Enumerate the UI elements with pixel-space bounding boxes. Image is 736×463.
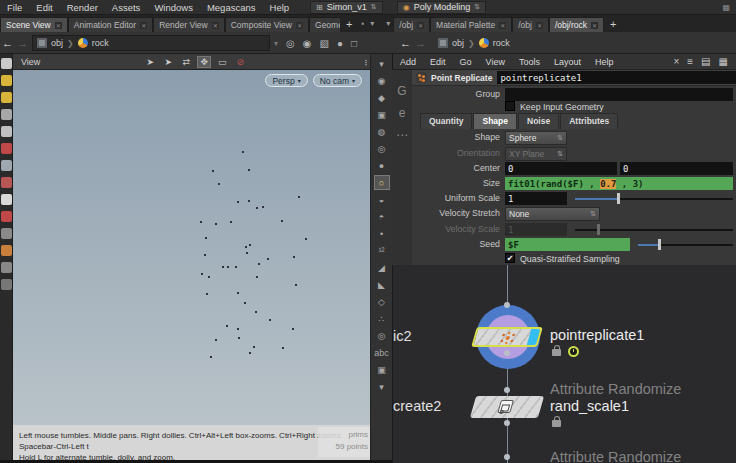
menu-item[interactable]: File	[0, 2, 29, 13]
shelf-tool-icon[interactable]	[1, 177, 12, 188]
bulb-icon[interactable]: ○	[374, 175, 390, 190]
shelf-tool-icon[interactable]	[1, 211, 12, 222]
point-numbers-icon[interactable]: ¹²	[374, 243, 390, 258]
forward-icon[interactable]: →	[17, 37, 28, 49]
forward-icon[interactable]: →	[415, 37, 426, 49]
persp-view-button[interactable]: Persp ▾	[265, 74, 307, 87]
menu-item[interactable]: Add	[393, 57, 423, 67]
shape-dropdown[interactable]: Sphere ⇅	[505, 131, 567, 145]
pane-maximize-icon[interactable]: ▪	[358, 19, 367, 28]
menu-item[interactable]: Tools	[512, 57, 547, 67]
param-tab[interactable]: Attributes	[560, 113, 618, 129]
tree-view-icon[interactable]: ≡	[683, 56, 697, 67]
particle-icon[interactable]: ∴	[374, 311, 390, 326]
shelf-tool-icon[interactable]	[1, 109, 12, 120]
pin-icon[interactable]: ◎	[282, 38, 299, 49]
node-name-label[interactable]: pointreplicate1	[550, 327, 644, 343]
path-node[interactable]: rock	[92, 38, 109, 48]
close-icon[interactable]: ✕	[499, 22, 506, 29]
text-overlay-icon[interactable]: abc	[374, 345, 390, 360]
uniform-scale-field[interactable]	[505, 192, 567, 205]
prim-normals-icon[interactable]: ◢	[374, 260, 390, 275]
shelf-tool-icon[interactable]	[1, 228, 12, 239]
center-y-field[interactable]	[620, 162, 733, 175]
box-select-icon[interactable]: ▭	[215, 56, 229, 68]
palette-icon[interactable]: ▦	[715, 56, 732, 67]
menu-item[interactable]: Edit	[423, 57, 453, 67]
close-icon[interactable]: ✕	[296, 22, 303, 29]
select-tool-icon[interactable]: ➤	[161, 56, 175, 68]
path-field[interactable]: obj ❯ rock	[32, 35, 270, 51]
target-icon[interactable]: ◉	[299, 38, 316, 49]
time-dependent-flag-icon[interactable]	[568, 346, 579, 357]
back-icon[interactable]: ←	[2, 37, 13, 49]
hull-icon[interactable]: ◇	[374, 294, 390, 309]
display-points-icon[interactable]: •	[374, 226, 390, 241]
pane-tab[interactable]: Geometry Spreadsheet ✕	[309, 17, 340, 32]
shelf-selector[interactable]: ◉ Poly Modeling ⇅	[397, 1, 486, 14]
node-output-dot[interactable]	[504, 420, 510, 426]
no-selection-icon[interactable]: ⊘	[233, 56, 247, 68]
pane-tab[interactable]: /obj ✕	[512, 17, 549, 32]
shelf-tool-icon[interactable]	[1, 58, 12, 69]
list-view-icon[interactable]: ▤	[697, 56, 714, 67]
cube-icon[interactable]: ▧	[315, 38, 332, 49]
new-tab-button[interactable]: +	[340, 18, 358, 30]
camera-select-button[interactable]: No cam ▾	[313, 74, 362, 87]
shelf-tool-icon[interactable]	[1, 245, 12, 256]
shelf-tool-icon[interactable]	[1, 126, 12, 137]
lock-icon[interactable]	[552, 349, 561, 356]
seed-slider[interactable]	[638, 238, 733, 251]
display-flag[interactable]	[527, 329, 541, 345]
close-icon[interactable]: ✕	[55, 22, 62, 29]
normal-light-icon[interactable]: ◎	[374, 141, 390, 156]
spinner-icon[interactable]: ⇅	[474, 3, 480, 11]
spinner-icon[interactable]: ⇅	[371, 3, 377, 11]
view-tool-icon[interactable]: ➤	[143, 56, 157, 68]
close-icon[interactable]: ✕	[591, 22, 598, 29]
new-tab-button[interactable]: +	[604, 18, 622, 30]
menu-item[interactable]: Assets	[105, 2, 148, 13]
pane-tab[interactable]: Composite View ✕	[225, 17, 309, 32]
slider-handle[interactable]	[658, 239, 661, 250]
slider-handle[interactable]	[617, 193, 620, 204]
menu-item[interactable]: Edit	[29, 2, 59, 13]
headlight-icon[interactable]: ◍	[374, 124, 390, 139]
pane-tab[interactable]: /obj/rock ✕	[549, 17, 604, 32]
shelf-tool-icon[interactable]	[1, 75, 12, 86]
pointreplicate-node[interactable]	[471, 327, 543, 347]
menu-item[interactable]: View	[479, 57, 512, 67]
group-field[interactable]	[505, 88, 733, 101]
pane-menu-icon[interactable]: ▾	[367, 19, 377, 28]
shelf-tool-icon[interactable]	[1, 262, 12, 273]
node-input-dot[interactable]	[504, 302, 510, 308]
collapse-icon[interactable]: ▾	[374, 56, 390, 71]
menu-item[interactable]: Help	[263, 2, 297, 13]
path-dropdown-icon[interactable]: ▾	[274, 39, 278, 48]
keep-input-checkbox[interactable]	[505, 101, 515, 111]
texture-shading-icon[interactable]: ◓	[374, 209, 390, 224]
pane-tab[interactable]: Render View ✕	[153, 17, 225, 32]
close-icon[interactable]: ✕	[212, 22, 219, 29]
snapshot-icon[interactable]: ▣	[374, 362, 390, 377]
node-name-label[interactable]: rand_scale1	[550, 398, 629, 414]
more-icon[interactable]: ▾	[374, 379, 390, 394]
material-shading-icon[interactable]: ◒	[374, 192, 390, 207]
window-layout-icon[interactable]: ▦	[722, 3, 730, 12]
view-menu-label[interactable]: View	[13, 57, 46, 67]
sphere-icon[interactable]: ●	[333, 38, 347, 49]
shelf-tool-icon[interactable]	[1, 92, 12, 103]
param-tab[interactable]: Noise	[518, 113, 559, 129]
menu-item[interactable]: Layout	[547, 57, 588, 67]
node-name-field[interactable]	[497, 71, 736, 84]
handles-tool-icon[interactable]: ✥	[197, 56, 211, 68]
quasi-checkbox[interactable]: ✔	[505, 253, 515, 263]
back-icon[interactable]: ←	[400, 37, 411, 49]
display-options-icon[interactable]: □	[347, 38, 361, 49]
pane-tab[interactable]: /obj ✕	[393, 17, 430, 32]
seed-expression-field[interactable]: $F	[505, 238, 630, 251]
shelf-tool-icon[interactable]	[1, 143, 12, 154]
node-input-dot[interactable]	[504, 387, 510, 393]
center-x-field[interactable]	[505, 162, 617, 175]
viewport[interactable]: Persp ▾ No cam ▾	[13, 70, 370, 425]
